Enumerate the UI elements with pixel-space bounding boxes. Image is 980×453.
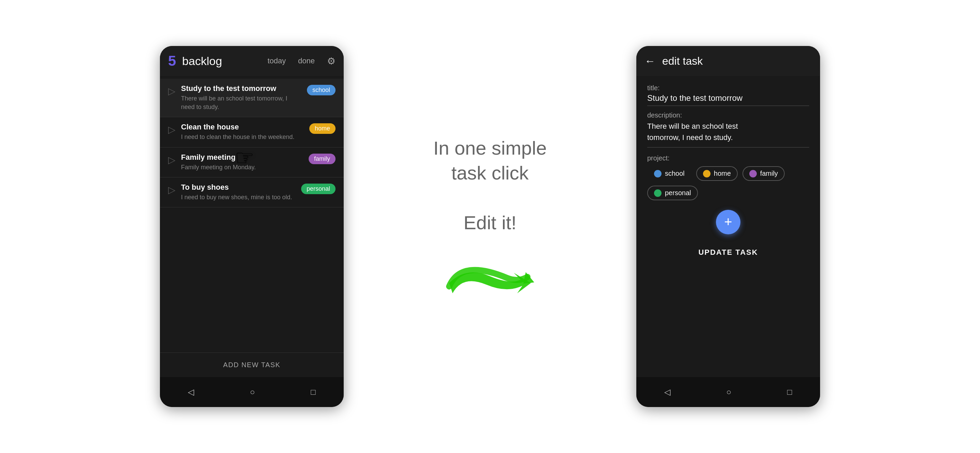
svg-marker-0 bbox=[523, 272, 534, 284]
project-home-label: home bbox=[714, 170, 731, 177]
desc-field-group: description: There will be an school tes… bbox=[647, 112, 809, 147]
recents-button[interactable]: □ bbox=[787, 388, 792, 396]
title-label: title: bbox=[647, 84, 809, 92]
play-icon: ▷ bbox=[168, 86, 176, 97]
task-title: Family meeting bbox=[181, 153, 303, 162]
project-label: project: bbox=[647, 154, 809, 162]
add-fab-button[interactable]: + bbox=[716, 210, 740, 234]
task-title: Study to the test tomorrow bbox=[181, 84, 301, 93]
task-content: Study to the test tomorrow There will be… bbox=[181, 84, 301, 112]
task-tag: home bbox=[309, 123, 336, 134]
promo-text: In one simple task click Edit it! bbox=[433, 136, 546, 235]
desc-label: description: bbox=[647, 112, 809, 119]
project-personal-label: personal bbox=[665, 189, 691, 197]
task-title: Clean the house bbox=[181, 123, 304, 131]
green-arrow-icon bbox=[439, 256, 541, 317]
settings-icon[interactable]: ⚙ bbox=[327, 56, 336, 67]
task-desc: I need to clean the house in the weekend… bbox=[181, 133, 304, 141]
dot-home bbox=[703, 170, 711, 177]
left-phone: 5 backlog today done ⚙ ▷ Study to the te… bbox=[160, 46, 344, 407]
task-desc: There will be an school test tomorrow, I… bbox=[181, 94, 301, 112]
task-item[interactable]: ▷ Clean the house I need to clean the ho… bbox=[160, 117, 344, 147]
project-tag-personal[interactable]: personal bbox=[647, 186, 698, 200]
task-item[interactable]: ▷ Study to the test tomorrow There will … bbox=[160, 79, 344, 117]
home-button[interactable]: ○ bbox=[726, 388, 731, 396]
task-content: To buy shoes I need to buy new shoes, mi… bbox=[181, 183, 296, 202]
task-desc: Family meeting on Monday. bbox=[181, 163, 303, 172]
play-icon: ▷ bbox=[168, 154, 176, 166]
task-count-badge: 5 bbox=[168, 54, 176, 68]
edit-task-screen: ← edit task title: Study to the test tom… bbox=[636, 46, 820, 377]
back-button[interactable]: ◁ bbox=[664, 388, 670, 396]
project-tag-school[interactable]: school bbox=[647, 166, 692, 181]
nav-today[interactable]: today bbox=[267, 57, 286, 65]
task-desc: I need to buy new shoes, mine is too old… bbox=[181, 193, 296, 202]
edit-header: ← edit task bbox=[636, 46, 820, 76]
play-icon: ▷ bbox=[168, 124, 176, 135]
update-task-button[interactable]: UPDATE TASK bbox=[647, 244, 809, 261]
backlog-screen: 5 backlog today done ⚙ ▷ Study to the te… bbox=[160, 46, 344, 377]
edit-screen-title: edit task bbox=[662, 55, 703, 67]
task-tag: personal bbox=[301, 183, 336, 194]
project-tag-family[interactable]: family bbox=[743, 166, 785, 181]
app-header: 5 backlog today done ⚙ bbox=[160, 46, 344, 76]
task-content: Clean the house I need to clean the hous… bbox=[181, 123, 304, 141]
android-nav: ◁ ○ □ bbox=[160, 377, 344, 407]
nav-done[interactable]: done bbox=[298, 57, 315, 65]
app-title: backlog bbox=[182, 54, 261, 68]
title-field-group: title: Study to the test tomorrow bbox=[647, 84, 809, 106]
task-title: To buy shoes bbox=[181, 183, 296, 192]
task-content: Family meeting Family meeting on Monday. bbox=[181, 153, 303, 172]
back-button[interactable]: ◁ bbox=[188, 388, 194, 396]
android-nav-right: ◁ ○ □ bbox=[636, 377, 820, 407]
task-tag: school bbox=[307, 85, 336, 96]
task-tag: family bbox=[309, 154, 336, 164]
project-school-label: school bbox=[665, 170, 685, 177]
project-tag-home[interactable]: home bbox=[696, 166, 738, 181]
task-item[interactable]: ▷ Family meeting Family meeting on Monda… bbox=[160, 147, 344, 177]
project-tags: school home family personal bbox=[647, 166, 809, 200]
back-arrow-icon[interactable]: ← bbox=[644, 55, 655, 67]
promo-section: In one simple task click Edit it! bbox=[371, 122, 609, 330]
task-item[interactable]: ▷ To buy shoes I need to buy new shoes, … bbox=[160, 177, 344, 207]
right-phone: ← edit task title: Study to the test tom… bbox=[636, 46, 820, 407]
edit-body: title: Study to the test tomorrow descri… bbox=[636, 76, 820, 377]
add-task-button[interactable]: ADD NEW TASK bbox=[160, 353, 344, 377]
project-field-group: project: school home family bbox=[647, 153, 809, 200]
title-value[interactable]: Study to the test tomorrow bbox=[647, 93, 809, 106]
recents-button[interactable]: □ bbox=[311, 388, 316, 396]
task-list: ▷ Study to the test tomorrow There will … bbox=[160, 76, 344, 353]
desc-value[interactable]: There will be an school testtomorrow, I … bbox=[647, 121, 809, 147]
dot-school bbox=[654, 170, 662, 177]
dot-family bbox=[749, 170, 757, 177]
project-family-label: family bbox=[760, 170, 778, 177]
dot-personal bbox=[654, 189, 662, 197]
plus-icon: + bbox=[724, 215, 732, 228]
play-icon: ▷ bbox=[168, 184, 176, 196]
home-button[interactable]: ○ bbox=[250, 388, 255, 396]
